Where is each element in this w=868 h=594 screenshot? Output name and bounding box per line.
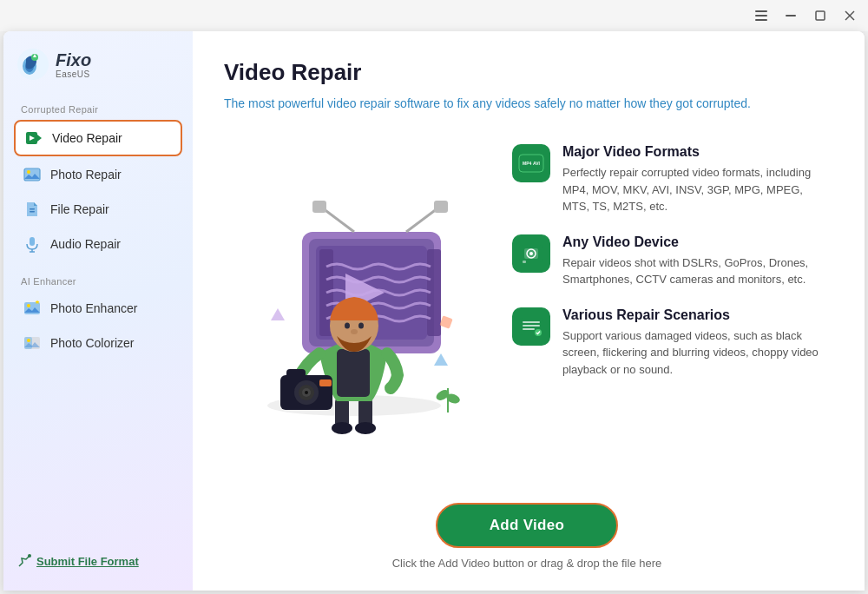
video-repair-label: Video Repair (52, 131, 122, 145)
any-device-icon (517, 240, 545, 267)
svg-rect-19 (30, 237, 35, 246)
svg-point-54 (305, 391, 308, 394)
submit-icon (17, 554, 31, 568)
repair-scenarios-desc: Support various damaged videos, such as … (562, 327, 830, 379)
logo-icon (17, 49, 49, 80)
major-formats-text: Major Video Formats Perfectly repair cor… (562, 144, 830, 215)
titlebar (0, 0, 868, 31)
photo-colorizer-label: Photo Colorizer (50, 336, 135, 350)
photo-enhancer-label: Photo Enhancer (50, 301, 137, 315)
app-window: Fixo EaseUS Corrupted Repair Video Repai… (3, 31, 865, 591)
svg-text:MP4: MP4 (523, 161, 532, 166)
maximize-button[interactable] (812, 8, 828, 23)
svg-rect-2 (755, 19, 767, 21)
menu-button[interactable] (753, 8, 769, 23)
svg-rect-55 (319, 380, 332, 386)
main-content: Video Repair The most powerful video rep… (193, 31, 865, 591)
svg-rect-50 (286, 369, 306, 380)
major-formats-title: Major Video Formats (562, 144, 830, 160)
repair-scenarios-icon-box (512, 307, 550, 346)
audio-repair-label: Audio Repair (50, 237, 121, 251)
svg-point-28 (28, 554, 31, 558)
app-sub: EaseUS (56, 69, 91, 79)
bottom-area: Add Video Click the Add Video button or … (224, 482, 830, 570)
feature-major-formats: MP4 AVI Major Video Formats Perfectly re… (512, 144, 830, 215)
svg-point-46 (345, 322, 350, 328)
sidebar-item-audio-repair[interactable]: Audio Repair (14, 228, 182, 261)
photo-enhancer-icon (23, 299, 42, 318)
svg-rect-18 (30, 211, 35, 213)
svg-point-15 (27, 170, 30, 174)
svg-rect-70 (523, 261, 526, 263)
svg-point-27 (27, 339, 30, 342)
repair-scenarios-title: Various Repair Scenarios (562, 307, 830, 323)
file-repair-icon (23, 200, 42, 219)
sidebar-item-file-repair[interactable]: File Repair (14, 193, 182, 226)
video-repair-icon (24, 129, 43, 148)
logo-area: Fixo EaseUS (14, 49, 182, 80)
audio-repair-icon (23, 234, 42, 254)
sidebar-item-video-repair[interactable]: Video Repair (14, 120, 182, 156)
any-device-icon-box (512, 234, 550, 273)
content-body: MP4 AVI Major Video Formats Perfectly re… (224, 137, 830, 482)
svg-rect-0 (755, 10, 767, 12)
sidebar-item-photo-colorizer[interactable]: Photo Colorizer (14, 327, 182, 360)
file-repair-label: File Repair (50, 202, 109, 216)
svg-rect-57 (439, 315, 452, 328)
sidebar-item-photo-enhancer[interactable]: Photo Enhancer (14, 292, 182, 325)
svg-rect-73 (523, 325, 540, 327)
svg-rect-38 (312, 201, 326, 213)
repair-scenarios-icon (517, 313, 545, 340)
repair-scenarios-text: Various Repair Scenarios Support various… (562, 307, 830, 379)
svg-text:AVI: AVI (533, 161, 541, 166)
svg-marker-58 (271, 308, 285, 320)
drop-hint: Click the Add Video button or drag & dro… (392, 557, 662, 570)
page-subtitle: The most powerful video repair software … (224, 95, 830, 113)
page-title: Video Repair (224, 59, 830, 86)
svg-rect-39 (434, 201, 448, 213)
corrupted-repair-label: Corrupted Repair (14, 104, 182, 115)
add-video-button[interactable]: Add Video (436, 503, 618, 548)
svg-point-47 (358, 322, 364, 328)
any-device-desc: Repair videos shot with DSLRs, GoPros, D… (562, 254, 830, 288)
svg-rect-44 (337, 349, 370, 397)
feature-repair-scenarios: Various Repair Scenarios Support various… (512, 307, 830, 379)
svg-rect-1 (755, 15, 767, 16)
app-name: Fixo (56, 50, 91, 69)
svg-point-69 (529, 252, 533, 255)
svg-marker-56 (434, 353, 448, 366)
svg-rect-17 (30, 208, 35, 210)
any-device-text: Any Video Device Repair videos shot with… (562, 234, 830, 288)
sidebar-item-photo-repair[interactable]: Photo Repair (14, 158, 182, 191)
submit-label: Submit File Format (36, 555, 139, 568)
sidebar: Fixo EaseUS Corrupted Repair Video Repai… (3, 31, 193, 591)
svg-point-42 (332, 422, 352, 434)
features-area: MP4 AVI Major Video Formats Perfectly re… (512, 137, 830, 482)
logo-text: Fixo EaseUS (56, 50, 91, 79)
major-formats-icon-box: MP4 AVI (512, 144, 550, 182)
svg-rect-3 (786, 15, 796, 16)
photo-colorizer-icon (23, 333, 42, 353)
ai-enhancer-label: AI Enhancer (14, 276, 182, 287)
hero-illustration (233, 180, 476, 440)
svg-rect-72 (523, 321, 540, 323)
major-formats-icon: MP4 AVI (517, 149, 545, 177)
svg-marker-12 (37, 135, 42, 142)
submit-file-format[interactable]: Submit File Format (14, 549, 182, 573)
major-formats-desc: Perfectly repair corrupted video formats… (562, 164, 830, 215)
photo-repair-icon (23, 165, 42, 184)
svg-point-43 (355, 422, 376, 434)
photo-repair-label: Photo Repair (50, 168, 122, 182)
svg-point-48 (351, 329, 358, 334)
illustration-area (224, 137, 484, 482)
svg-rect-74 (523, 328, 535, 330)
close-button[interactable] (842, 8, 858, 23)
svg-point-23 (27, 304, 30, 307)
svg-rect-4 (816, 11, 825, 20)
any-device-title: Any Video Device (562, 234, 830, 250)
feature-any-device: Any Video Device Repair videos shot with… (512, 234, 830, 288)
minimize-button[interactable] (783, 8, 799, 23)
